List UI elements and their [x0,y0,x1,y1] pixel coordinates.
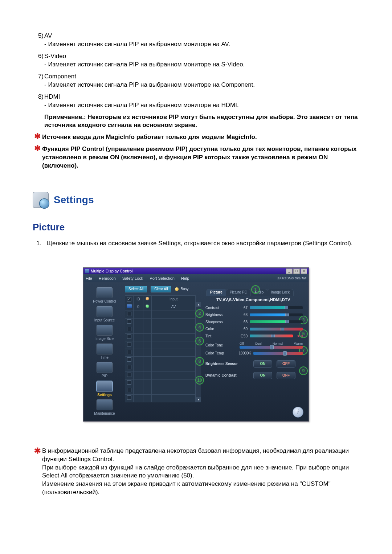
left-sidebar: Power Control Input Source Image Size Ti… [86,286,123,416]
sidebar-item-pip[interactable]: PIP [88,362,121,379]
table-row[interactable] [125,364,196,372]
sharpness-slider[interactable] [250,320,303,323]
sidebar-item-settings[interactable]: Settings [88,381,121,398]
titlebar[interactable]: Multiple Display Control _ □ × [83,268,309,274]
maintenance-icon [97,399,113,410]
settings-panel: 1 Picture Picture PC Audio Image Lock TV… [201,286,306,416]
colortemp-slider[interactable] [253,352,303,355]
row-checkbox[interactable] [127,395,131,400]
tab-picture-pc[interactable]: Picture PC [226,289,251,296]
table-row[interactable] [125,349,196,357]
tab-image-lock[interactable]: Image Lock [267,289,294,296]
sidebar-item-power-control[interactable]: Power Control [88,287,121,304]
table-row[interactable]: 0 AV [125,303,196,311]
brightness-sensor-on-button[interactable]: ON [253,360,272,368]
step-text: Щелкните мышью на основном значке Settin… [46,239,359,248]
time-icon [97,344,113,354]
settings-title: Settings [54,193,94,207]
menu-help[interactable]: Help [181,276,189,281]
input-icon [97,306,113,317]
row-checkbox[interactable] [127,365,131,369]
pip-source-list: 5)AV- Изменяет источник сигнала PIP на в… [33,32,359,110]
table-row[interactable] [125,387,196,395]
brightness-slider[interactable] [250,313,303,316]
colortone-row: Color Tone Off Cool Normal Warm [205,342,303,349]
source-filter-label: TV,AV,S-Video,Component,HDMI,DTV [204,297,303,303]
tint-value: G50 [235,334,248,339]
table-row[interactable] [125,395,196,402]
dynamic-contrast-row: Dynamic Contrast ON OFF [205,372,303,379]
footnote-line: В информационной таблице представлена не… [42,447,359,464]
contrast-slider[interactable] [250,306,303,309]
row-checkbox[interactable] [127,380,131,385]
menu-file[interactable]: File [86,276,92,281]
ct-opt-normal: Normal [273,341,283,346]
sidebar-item-input-source[interactable]: Input Source [88,306,121,323]
scroll-up-icon[interactable]: ▲ [196,302,201,307]
col-input: Input [152,296,196,303]
dynamic-contrast-on-button[interactable]: ON [253,372,272,379]
row-checkbox[interactable] [127,357,131,362]
menu-safety-lock[interactable]: Safety Lock [122,276,143,281]
sharpness-label: Sharpness [205,320,233,325]
select-all-button[interactable]: Select All [125,286,147,292]
note-pip-control: ✱ Функция PIP Control (управление режимо… [33,144,359,170]
minimize-button[interactable]: _ [286,268,293,274]
row-checkbox[interactable] [127,319,131,324]
row-checkbox[interactable] [127,312,131,316]
table-row[interactable] [125,319,196,326]
table-row[interactable] [125,379,196,387]
header-checkbox[interactable] [127,297,131,301]
table-row[interactable] [125,357,196,364]
table-row[interactable] [125,311,196,319]
colortemp-value: 10000K [235,351,251,356]
color-slider[interactable] [250,328,303,331]
item-title: S-Video [44,52,359,61]
row-checkbox[interactable] [127,335,131,339]
info-button[interactable]: i [293,407,303,418]
tint-slider[interactable] [250,335,293,337]
maximize-button[interactable]: □ [293,268,300,274]
ct-opt-cool: Cool [255,341,262,346]
ct-opt-off: Off [240,341,244,346]
dynamic-contrast-off-button[interactable]: OFF [277,372,295,379]
image-size-icon [97,325,113,336]
color-label: Color [205,327,233,332]
menu-port-selection[interactable]: Port Selection [150,276,174,281]
callout-2: 2 [195,309,204,318]
item-desc: - Изменяет источник сигнала PIP на выбра… [44,61,359,69]
colortemp-label: Color Temp [205,351,233,356]
table-row[interactable] [125,334,196,341]
tint-row: Tint G50 R50 [205,334,303,339]
scroll-down-icon[interactable]: ▼ [196,397,201,402]
brightness-sensor-row: Brightness Sensor ON OFF [205,360,303,368]
sidebar-item-image-size[interactable]: Image Size [88,325,121,341]
row-checkbox[interactable] [127,350,131,354]
clear-all-button[interactable]: Clear All [151,286,171,292]
menu-remocon[interactable]: Remocon [99,276,116,281]
device-grid[interactable]: ID Input 0 AV [125,295,196,402]
sidebar-item-maintenance[interactable]: Maintenance [88,399,121,416]
colortone-slider[interactable] [240,346,303,349]
colortemp-row: Color Temp 10000K [205,351,303,356]
row-checkbox[interactable] [127,342,131,346]
tab-picture[interactable]: Picture [206,289,226,296]
pip-icon [97,362,113,373]
close-button[interactable]: × [301,268,307,274]
row-checkbox[interactable] [127,373,131,377]
sidebar-item-time[interactable]: Time [88,344,121,360]
brightness-sensor-off-button[interactable]: OFF [277,360,295,368]
asterisk-icon: ✱ [33,447,42,497]
table-row[interactable] [125,341,196,349]
table-row[interactable] [125,372,196,379]
table-row[interactable] [125,326,196,334]
item-desc: - Изменяет источник сигнала PIP на выбра… [44,40,359,49]
settings-icon [33,192,49,208]
col-id: ID [134,296,143,303]
footnote-line: Изменение значения на этом экране привод… [42,480,359,497]
row-checkbox[interactable] [127,327,131,331]
ct-opt-warm: Warm [294,341,303,346]
note-text: Источник ввода для MagicInfo работает то… [42,132,359,141]
item-num: 6) [33,52,44,69]
row-checkbox[interactable] [127,388,131,392]
